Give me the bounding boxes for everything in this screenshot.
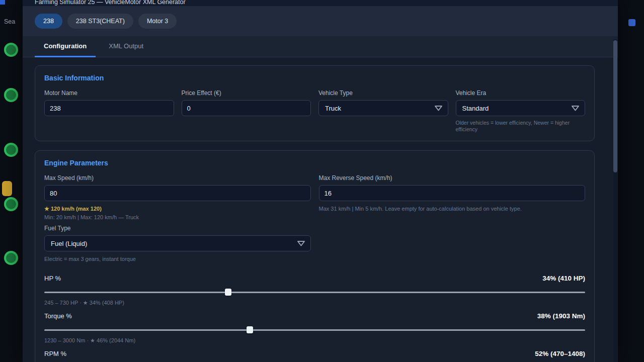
torque-slider-value: 38% (1903 Nm) [537,312,585,320]
hp-slider[interactable] [44,289,585,296]
background-status-circle [4,43,18,57]
basic-information-card: Basic Information Motor Name Price Effec… [35,65,595,141]
basic-information-title: Basic Information [44,74,585,82]
motor-tab-bar: 238 238 ST3(CHEAT) Motor 3 [23,6,618,36]
scrollbar-thumb[interactable] [613,40,617,172]
xml-generator-modal: Farming Simulator 25 — VehicleMotor XML … [23,0,618,362]
max-speed-range-hint: Min: 20 km/h | Max: 120 km/h — Truck [44,214,311,221]
motor-name-input[interactable] [44,100,174,116]
chevron-down-icon [434,105,443,111]
background-accent-square [0,0,5,5]
tab-configuration[interactable]: Configuration [35,36,96,57]
vehicle-type-value: Truck [325,105,341,112]
torque-slider-track [44,329,585,331]
vehicle-type-select[interactable]: Truck [318,100,448,116]
max-reverse-speed-label: Max Reverse Speed (km/h) [319,174,586,182]
background-button [628,19,635,26]
hp-slider-block: HP % 34% (410 HP) 245 – 730 HP · ★ 34% (… [44,275,585,306]
motor-name-label: Motor Name [44,89,174,97]
torque-slider-label: Torque % [44,312,72,320]
background-status-circle [4,143,18,157]
vehicle-type-label: Vehicle Type [318,89,448,97]
hp-slider-value: 34% (410 HP) [542,275,585,283]
tab-xml-output[interactable]: XML Output [100,36,152,57]
torque-slider-hint: 1230 – 3000 Nm · ★ 46% (2044 Nm) [44,337,585,344]
view-tab-bar: Configuration XML Output [23,36,618,57]
background-icon [2,181,12,196]
max-reverse-speed-input[interactable] [319,185,586,201]
fuel-type-select[interactable]: Fuel (Liquid) [44,235,311,251]
motor-tab-motor-3[interactable]: Motor 3 [138,14,177,29]
vehicle-era-hint: Older vehicles = lower efficiency, Newer… [456,120,586,133]
hp-slider-hint: 245 – 730 HP · ★ 34% (408 HP) [44,300,585,306]
rpm-slider-value: 52% (470–1408) [535,350,585,358]
hp-slider-track [44,292,585,293]
torque-slider-thumb[interactable] [247,326,253,333]
torque-slider-block: Torque % 38% (1903 Nm) 1230 – 3000 Nm · … [44,312,585,344]
engine-parameters-title: Engine Parameters [44,159,585,167]
max-speed-star-hint: ★ 120 km/h (max 120) [44,206,311,212]
vehicle-era-value: Standard [462,105,489,112]
torque-slider[interactable] [44,326,585,333]
modal-titlebar: Farming Simulator 25 — VehicleMotor XML … [23,0,618,6]
price-effect-label: Price Effect (€) [182,89,311,97]
background-status-circle [4,251,18,265]
motor-tab-238[interactable]: 238 [35,14,62,29]
fuel-type-hint: Electric = max 3 gears, instant torque [44,256,311,262]
background-search-label: Sea [4,18,15,25]
background-status-circle [4,197,18,211]
chevron-down-icon [297,240,305,246]
fuel-type-value: Fuel (Liquid) [51,240,87,247]
modal-title: Farming Simulator 25 — VehicleMotor XML … [35,0,606,6]
max-speed-label: Max Speed (km/h) [44,174,311,182]
vehicle-era-select[interactable]: Standard [456,100,586,116]
hp-slider-label: HP % [44,275,61,283]
chevron-down-icon [571,105,580,111]
rpm-slider-block: RPM % 52% (470–1408) 550 – 3200 RPM · ★ … [44,350,585,362]
max-speed-input[interactable] [44,185,311,201]
price-effect-input[interactable] [182,100,311,116]
fuel-type-label: Fuel Type [44,225,311,232]
rpm-slider-label: RPM % [44,350,66,358]
hp-slider-thumb[interactable] [225,289,231,296]
engine-parameters-card: Engine Parameters Max Speed (km/h) ★ 120… [35,150,595,362]
motor-tab-238-st3-cheat[interactable]: 238 ST3(CHEAT) [67,14,133,29]
configuration-panel: Basic Information Motor Name Price Effec… [23,57,618,362]
background-status-circle [4,88,18,102]
max-reverse-speed-hint: Max 31 km/h | Min 5 km/h. Leave empty fo… [319,206,586,212]
vehicle-era-label: Vehicle Era [456,89,586,97]
